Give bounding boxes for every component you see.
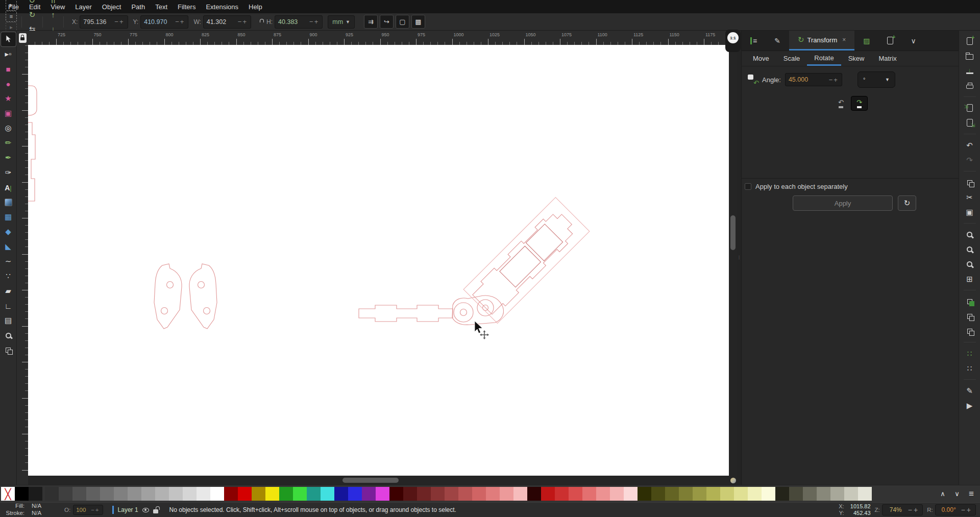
- palette-swatch[interactable]: [734, 487, 748, 501]
- fill-value[interactable]: N/A: [32, 503, 57, 510]
- palette-swatch[interactable]: [389, 487, 403, 501]
- palette-swatch[interactable]: [169, 487, 183, 501]
- dock-resize-handle[interactable]: ⁞: [737, 31, 741, 485]
- palette-swatch[interactable]: [624, 487, 638, 501]
- zoom-tool[interactable]: [1, 328, 16, 342]
- palette-swatch[interactable]: [844, 487, 858, 501]
- image-panel-tab[interactable]: ▨: [854, 31, 878, 51]
- pen-tool[interactable]: ✒: [1, 151, 16, 165]
- node-tool[interactable]: ▸▫: [1, 47, 16, 61]
- color-management-toggle[interactable]: [729, 476, 737, 485]
- palette-swatch[interactable]: [128, 487, 141, 501]
- palette-swatch[interactable]: [458, 487, 472, 501]
- menu-item-layer[interactable]: Layer: [70, 1, 97, 13]
- palette-swatch[interactable]: [803, 487, 817, 501]
- zoom-input[interactable]: 74% −+: [882, 504, 923, 515]
- rotate-90-cw-icon[interactable]: ↻: [25, 8, 39, 22]
- palette-swatch[interactable]: [197, 487, 210, 501]
- palette-swatch[interactable]: [569, 487, 582, 501]
- palette-swatch[interactable]: [15, 487, 29, 501]
- palette-swatch[interactable]: [141, 487, 155, 501]
- duplicate-icon[interactable]: [963, 176, 976, 189]
- scale-stroke-toggle[interactable]: ▩: [411, 15, 425, 29]
- zoom-selection-icon[interactable]: [963, 228, 976, 241]
- palette-swatch[interactable]: [252, 487, 265, 501]
- palette-swatch[interactable]: [748, 487, 762, 501]
- objects-panel-tab[interactable]: ≡: [742, 31, 766, 51]
- pencil-tool[interactable]: ✏: [1, 136, 16, 150]
- palette-swatch[interactable]: [582, 487, 596, 501]
- export-icon[interactable]: [963, 116, 976, 129]
- w-field[interactable]: 41.302−+: [203, 15, 251, 29]
- palette-swatch[interactable]: [775, 487, 789, 501]
- palette-swatch[interactable]: [541, 487, 555, 501]
- unlock-objects-icon[interactable]: [963, 325, 976, 337]
- palette-swatch[interactable]: [224, 487, 238, 501]
- x-field[interactable]: 795.136−+: [80, 15, 128, 29]
- eraser-tool[interactable]: ▰: [1, 284, 16, 298]
- palette-swatch[interactable]: [830, 487, 844, 501]
- palette-swatch[interactable]: [417, 487, 431, 501]
- rotate-counterclockwise-button[interactable]: ↶: [832, 96, 849, 111]
- horizontal-scrollbar-thumb[interactable]: [342, 478, 399, 483]
- palette-swatch[interactable]: [555, 487, 569, 501]
- layer-visibility-icon[interactable]: [142, 508, 149, 512]
- text-tool[interactable]: A|: [1, 180, 16, 194]
- tab-rotate[interactable]: Rotate: [807, 51, 841, 66]
- menu-item-text[interactable]: Text: [150, 1, 173, 13]
- zoom-drawing-icon[interactable]: [963, 243, 976, 256]
- zoom-1-1-button[interactable]: 1:1: [725, 30, 741, 52]
- palette-swatch[interactable]: [706, 487, 720, 501]
- measure-tool[interactable]: ▤: [1, 313, 16, 328]
- selector-tool[interactable]: [1, 32, 16, 46]
- palette-swatch[interactable]: [72, 487, 86, 501]
- gradient-tool[interactable]: [1, 195, 16, 209]
- pages-tool[interactable]: [1, 343, 16, 357]
- palette-swatch[interactable]: [762, 487, 775, 501]
- mesh-gradient-tool[interactable]: ▦: [1, 210, 16, 224]
- transform-panel-tab[interactable]: ↻Transform×: [789, 31, 854, 51]
- y-field-spinners[interactable]: −+: [175, 18, 185, 26]
- palette-swatch[interactable]: [279, 487, 293, 501]
- palette-swatch[interactable]: [638, 487, 651, 501]
- palette-swatch[interactable]: [362, 487, 376, 501]
- zoom-page-icon[interactable]: [963, 258, 976, 270]
- palette-swatch[interactable]: [265, 487, 279, 501]
- tab-matrix[interactable]: Matrix: [871, 51, 903, 66]
- rotation-spinners[interactable]: −+: [961, 506, 972, 514]
- palette-swatch[interactable]: [693, 487, 706, 501]
- palette-swatch[interactable]: [293, 487, 307, 501]
- current-layer-name[interactable]: Layer 1: [118, 506, 138, 513]
- ellipse-tool[interactable]: ●: [1, 77, 16, 91]
- ruler-corner[interactable]: [17, 31, 28, 45]
- fill-stroke-panel-tab[interactable]: ✎: [766, 31, 789, 51]
- palette-swatch[interactable]: [307, 487, 321, 501]
- horizontal-scrollbar[interactable]: [28, 476, 729, 485]
- symmetry-nodes-icon[interactable]: ∷: [963, 347, 976, 360]
- rectangle-tool[interactable]: ■: [1, 62, 16, 76]
- move-patterns-toggle[interactable]: ⇉: [364, 15, 378, 29]
- close-icon[interactable]: ×: [842, 36, 846, 43]
- box3d-tool[interactable]: ▣: [1, 106, 16, 120]
- menu-item-filters[interactable]: Filters: [173, 1, 201, 13]
- palette-swatch[interactable]: [720, 487, 734, 501]
- palette-menu[interactable]: ≡: [966, 489, 977, 499]
- import-icon[interactable]: [963, 102, 976, 114]
- palette-swatch[interactable]: [789, 487, 803, 501]
- palette-swatch[interactable]: [334, 487, 348, 501]
- scale-rounded-corners-toggle[interactable]: ▢: [396, 15, 409, 29]
- palette-swatch[interactable]: [59, 487, 72, 501]
- palette-swatch[interactable]: [651, 487, 665, 501]
- palette-swatch[interactable]: [472, 487, 486, 501]
- more-panels-chevron[interactable]: ∨: [902, 31, 924, 51]
- angle-spinners[interactable]: −+: [829, 76, 839, 84]
- rotate-90-ccw-icon[interactable]: ↺: [25, 0, 39, 8]
- palette-swatch[interactable]: [858, 487, 872, 501]
- palette-swatch[interactable]: [86, 487, 100, 501]
- menu-item-help[interactable]: Help: [243, 1, 267, 13]
- align-nodes-icon[interactable]: ∷: [963, 362, 976, 375]
- rotate-clockwise-button[interactable]: ↷: [851, 96, 868, 111]
- select-all-icon[interactable]: ▸: [6, 0, 17, 11]
- apply-button[interactable]: Apply: [793, 195, 893, 211]
- palette-swatch[interactable]: [376, 487, 389, 501]
